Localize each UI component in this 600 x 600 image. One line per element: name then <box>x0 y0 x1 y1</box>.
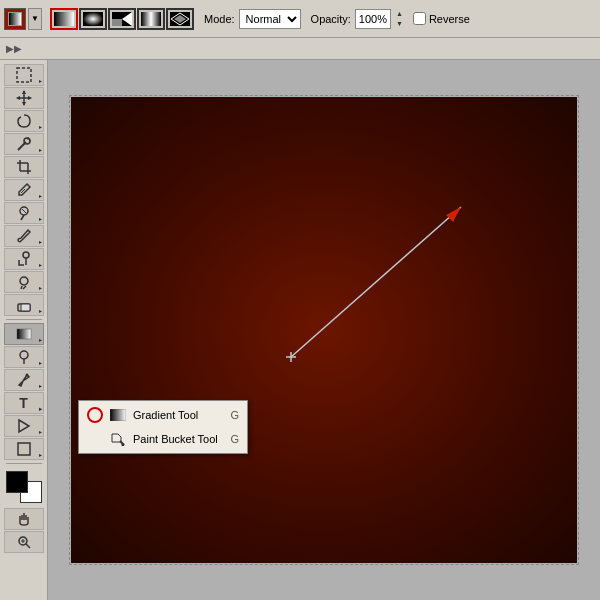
svg-rect-31 <box>21 304 30 311</box>
foreground-color[interactable] <box>6 471 28 493</box>
panel-toggle-arrows[interactable]: ▶▶ <box>6 43 22 54</box>
lasso-tool[interactable]: ▸ <box>4 110 44 132</box>
svg-rect-0 <box>54 12 74 26</box>
gradient-tool-label: Gradient Tool <box>133 409 198 421</box>
pen-tool[interactable]: ▸ <box>4 369 44 391</box>
svg-rect-3 <box>141 12 161 26</box>
reverse-checkbox[interactable]: Reverse <box>413 12 470 25</box>
paint-bucket-label: Paint Bucket Tool <box>133 433 218 445</box>
eraser-tool[interactable]: ▸ <box>4 294 44 316</box>
tool-preset-picker[interactable]: ▼ <box>4 8 42 30</box>
canvas-background[interactable] <box>71 97 577 563</box>
svg-point-29 <box>20 277 28 285</box>
svg-line-25 <box>21 215 24 220</box>
top-toolbar: ▼ M <box>0 0 600 38</box>
hand-tool[interactable] <box>4 508 44 530</box>
mode-select[interactable]: Normal <box>239 9 301 29</box>
canvas-wrapper <box>69 95 579 565</box>
angle-gradient-button[interactable] <box>108 8 136 30</box>
toolbox-separator-1 <box>6 319 42 320</box>
magic-wand-tool[interactable]: ▸ <box>4 133 44 155</box>
context-menu[interactable]: Gradient Tool G Paint Bucket Tool G <box>78 400 248 454</box>
preset-dropdown-arrow[interactable]: ▼ <box>28 8 42 30</box>
mode-label: Mode: <box>204 13 235 25</box>
svg-point-27 <box>23 252 29 258</box>
gradient-tool-shortcut: G <box>230 409 239 421</box>
foreground-background-colors[interactable] <box>6 471 42 503</box>
svg-line-26 <box>22 209 26 213</box>
toolbox: ▸ ▸ ▸ ▸ <box>0 60 48 600</box>
gradient-tool-highlight <box>87 407 103 423</box>
svg-marker-11 <box>22 102 26 106</box>
gradient-tool[interactable]: ▸ <box>4 323 44 345</box>
gradient-style-buttons <box>50 8 194 30</box>
svg-point-16 <box>24 138 30 144</box>
svg-marker-13 <box>28 96 32 100</box>
second-toolbar: ▶▶ <box>0 38 600 60</box>
type-tool[interactable]: T ▸ <box>4 392 44 414</box>
svg-marker-10 <box>22 90 26 94</box>
crop-tool[interactable] <box>4 156 44 178</box>
paint-bucket-icon <box>109 431 127 447</box>
shape-tool[interactable]: ▸ <box>4 438 44 460</box>
zoom-tool[interactable] <box>4 531 44 553</box>
reverse-check[interactable] <box>413 12 426 25</box>
svg-rect-36 <box>18 443 30 455</box>
svg-line-38 <box>26 544 30 548</box>
opacity-label: Opacity: <box>311 13 351 25</box>
radial-gradient-button[interactable] <box>79 8 107 30</box>
canvas-content[interactable] <box>71 97 577 563</box>
svg-marker-12 <box>16 96 20 100</box>
diamond-gradient-button[interactable] <box>166 8 194 30</box>
svg-rect-32 <box>17 329 31 339</box>
spot-heal-tool[interactable]: ▸ <box>4 202 44 224</box>
paint-bucket-shortcut: G <box>230 433 239 445</box>
tool-icon <box>4 8 26 30</box>
toolbox-separator-2 <box>6 463 42 464</box>
svg-rect-45 <box>110 409 126 421</box>
history-brush-tool[interactable]: ▸ <box>4 271 44 293</box>
gradient-tool-icon <box>109 407 127 423</box>
reverse-label: Reverse <box>429 13 470 25</box>
clone-stamp-tool[interactable]: ▸ <box>4 248 44 270</box>
opacity-arrows[interactable]: ▲ ▼ <box>396 9 403 29</box>
reflected-gradient-button[interactable] <box>137 8 165 30</box>
opacity-input[interactable] <box>355 9 391 29</box>
linear-gradient-button[interactable] <box>50 8 78 30</box>
dodge-tool[interactable]: ▸ <box>4 346 44 368</box>
path-select-tool[interactable]: ▸ <box>4 415 44 437</box>
eyedropper-tool[interactable]: ▸ <box>4 179 44 201</box>
canvas-area[interactable]: Gradient Tool G Paint Bucket Tool G <box>48 60 600 600</box>
move-tool[interactable] <box>4 87 44 109</box>
context-menu-paint-bucket-tool[interactable]: Paint Bucket Tool G <box>79 427 247 451</box>
context-menu-gradient-tool[interactable]: Gradient Tool G <box>79 403 247 427</box>
marquee-tool[interactable]: ▸ <box>4 64 44 86</box>
main-area: ▸ ▸ ▸ ▸ <box>0 60 600 600</box>
brush-tool[interactable]: ▸ <box>4 225 44 247</box>
svg-point-35 <box>25 374 28 377</box>
svg-rect-1 <box>83 12 103 26</box>
svg-point-33 <box>20 351 28 359</box>
svg-rect-7 <box>17 68 31 82</box>
